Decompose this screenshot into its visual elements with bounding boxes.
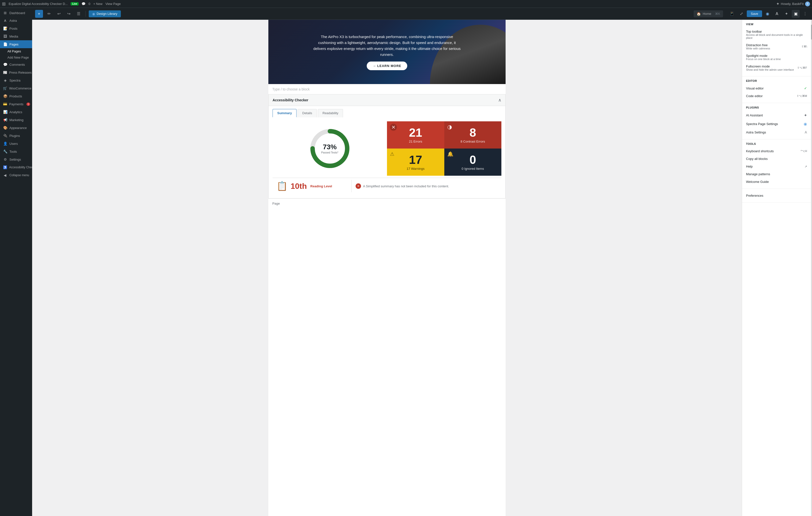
keyboard-shortcuts-item[interactable]: Keyboard shortcuts ^⌥H [746, 147, 807, 155]
learn-more-button[interactable]: → LEARN MORE [367, 61, 407, 70]
sidebar-item-accessibility-checker[interactable]: ♿ Accessibility Checker [0, 163, 32, 171]
spectra-icon-btn[interactable]: ◉ [763, 10, 772, 18]
ignored-items-card[interactable]: 🔔 0 0 Ignored Items [444, 148, 502, 176]
contrast-label: 8 Contrast Errors [461, 140, 485, 143]
sidebar-item-plugins[interactable]: 🔌 Plugins [0, 132, 32, 140]
preferences-item[interactable]: Preferences [746, 192, 807, 199]
edit-mode-button[interactable]: ✏ [45, 10, 53, 18]
sidebar-label-woocommerce: WooCommerce [9, 86, 31, 90]
visual-editor-item[interactable]: Visual editor ✓ [746, 84, 807, 92]
warnings-card[interactable]: ⚠ 17 17 Warnings [387, 148, 444, 176]
astra-settings-plugin[interactable]: Astra Settings A [746, 128, 807, 136]
collapse-menu-button[interactable]: ◀ Collapse menu [0, 171, 32, 179]
spectra-page-settings-plugin[interactable]: Spectra Page Settings ◉ [746, 120, 807, 128]
keyboard-shortcuts-label: Keyboard shortcuts [746, 149, 774, 153]
comments-icon: 💬 [3, 62, 7, 66]
press-releases-icon: 📰 [3, 70, 7, 75]
fullscreen-mode-desc: Show and hide the admin user interface [746, 68, 794, 71]
design-library-button[interactable]: ◉ Design Library [89, 10, 121, 17]
hero-content: The AirPro X3 is turbocharged for peak p… [303, 29, 471, 75]
editor-toolbar: + ✏ ↩ ↪ ☰ ◉ Design Library 🏠 Home ⌘K 📱 ⤢… [32, 8, 812, 20]
top-toolbar-label: Top toolbar [746, 30, 807, 33]
scroll-thumb[interactable] [811, 25, 812, 39]
top-toolbar-item[interactable]: Top toolbar Access all block and documen… [746, 28, 807, 41]
sidebar-item-all-pages[interactable]: All Pages [0, 48, 32, 54]
live-badge: Live [71, 2, 79, 5]
copy-all-blocks-item[interactable]: Copy all blocks [746, 155, 807, 163]
sidebar-item-users[interactable]: 👤 Users [0, 140, 32, 147]
sidebar-item-payments[interactable]: 💳 Payments 1 [0, 100, 32, 108]
ai-assistant-plugin[interactable]: AI Assistant ✦ [746, 111, 807, 120]
marketing-icon: 📢 [3, 118, 7, 122]
page-label[interactable]: 🏠 Home ⌘K [694, 10, 723, 17]
welcome-guide-item[interactable]: Welcome Guide [746, 178, 807, 185]
mobile-view-button[interactable]: 📱 [728, 10, 736, 18]
undo-button[interactable]: ↩ [55, 10, 63, 18]
more-options-button[interactable]: ⋮ [801, 10, 809, 18]
sidebar-item-dashboard[interactable]: ⊞ Dashboard [0, 9, 32, 17]
ac-tabs: Summary Details Readability [269, 106, 505, 117]
sidebar-item-posts[interactable]: 📝 Posts [0, 25, 32, 32]
new-button[interactable]: + New [93, 2, 102, 6]
astra-icon-btn[interactable]: A [773, 10, 781, 18]
summary-donut-area: 73% Passed Tests* [272, 121, 387, 176]
sidebar-item-pages[interactable]: 📄 Pages [0, 40, 32, 48]
tab-readability[interactable]: Readability [318, 109, 343, 117]
layout-panel-btn[interactable]: ▣ [792, 10, 800, 18]
preferences-label: Preferences [746, 194, 763, 197]
sidebar-item-analytics[interactable]: 📊 Analytics [0, 108, 32, 116]
type-block-placeholder[interactable]: Type / to choose a block [268, 84, 505, 94]
ai-assistant-icon-btn[interactable]: ✦ [782, 10, 790, 18]
sidebar-item-media[interactable]: 🖼 Media [0, 32, 32, 40]
wp-logo-icon: ⊞ [2, 1, 6, 7]
home-icon: 🏠 [697, 12, 701, 16]
help-item[interactable]: Help ↗ [746, 163, 807, 170]
sidebar-item-astra[interactable]: A Astra [0, 17, 32, 25]
right-section-preferences: Preferences [742, 189, 811, 203]
site-name[interactable]: Equalize Digital Accessibility Checker D… [9, 2, 68, 6]
sidebar-item-appearance[interactable]: 🎨 Appearance [0, 124, 32, 132]
reading-level-icon: 📋 [277, 181, 288, 191]
tab-summary[interactable]: Summary [272, 109, 296, 117]
manage-patterns-label: Manage patterns [746, 172, 770, 176]
spotlight-mode-item[interactable]: Spotlight mode Focus on one block at a t… [746, 52, 807, 62]
ignored-icon: 🔔 [447, 151, 454, 157]
reading-level-section: 📋 10th Reading Level [272, 178, 351, 194]
tab-details[interactable]: Details [297, 109, 317, 117]
scroll-indicator [811, 20, 812, 516]
ac-collapse-button[interactable]: ∧ [498, 97, 501, 103]
warnings-icon: ⚠ [390, 151, 395, 157]
sidebar-item-comments[interactable]: 💬 Comments [0, 61, 32, 68]
sidebar-item-add-new-page[interactable]: Add New Page [0, 54, 32, 61]
sidebar-item-spectra[interactable]: ◈ Spectra [0, 76, 32, 84]
sidebar-label-tools: Tools [9, 150, 17, 153]
expand-button[interactable]: ⤢ [737, 10, 745, 18]
sidebar-item-products[interactable]: 📦 Products [0, 92, 32, 100]
warnings-label: 17 Warnings [407, 167, 425, 171]
code-editor-item[interactable]: Code editor ⇧⌥⌘M [746, 92, 807, 100]
right-panel: VIEW Top toolbar Access all block and do… [742, 20, 811, 516]
manage-patterns-item[interactable]: Manage patterns [746, 170, 807, 178]
sidebar-item-press-releases[interactable]: 📰 Press Releases [0, 68, 32, 76]
accessibility-icon: ♿ [3, 165, 7, 169]
reading-row: 📋 10th Reading Level ✕ A Simplified summ… [272, 178, 501, 194]
view-page-link[interactable]: View Page [106, 2, 121, 6]
list-view-button[interactable]: ☰ [75, 10, 83, 18]
save-button[interactable]: Save [747, 10, 762, 17]
redo-button[interactable]: ↪ [65, 10, 72, 18]
sidebar-label-users: Users [9, 142, 18, 146]
help-external-icon: ↗ [805, 165, 807, 168]
contrast-errors-card[interactable]: ◑ 8 8 Contrast Errors [444, 121, 502, 148]
sidebar-label-payments: Payments [9, 102, 24, 106]
sidebar-item-settings[interactable]: ⚙ Settings [0, 155, 32, 163]
errors-card[interactable]: ✕ 21 21 Errors [387, 121, 444, 148]
media-icon: 🖼 [3, 34, 7, 38]
fullscreen-mode-item[interactable]: Fullscreen mode Show and hide the admin … [746, 62, 807, 73]
add-block-button[interactable]: + [35, 10, 43, 18]
sidebar-item-marketing[interactable]: 📢 Marketing [0, 116, 32, 124]
sidebar-item-woocommerce[interactable]: 🛒 WooCommerce [0, 84, 32, 92]
sidebar-item-tools[interactable]: 🔧 Tools [0, 147, 32, 155]
page-label-text: Page [272, 202, 280, 205]
distraction-free-item[interactable]: Distraction free Write with calmness ⇧⌘\ [746, 41, 807, 52]
tools-section-title: TOOLS [746, 142, 807, 145]
